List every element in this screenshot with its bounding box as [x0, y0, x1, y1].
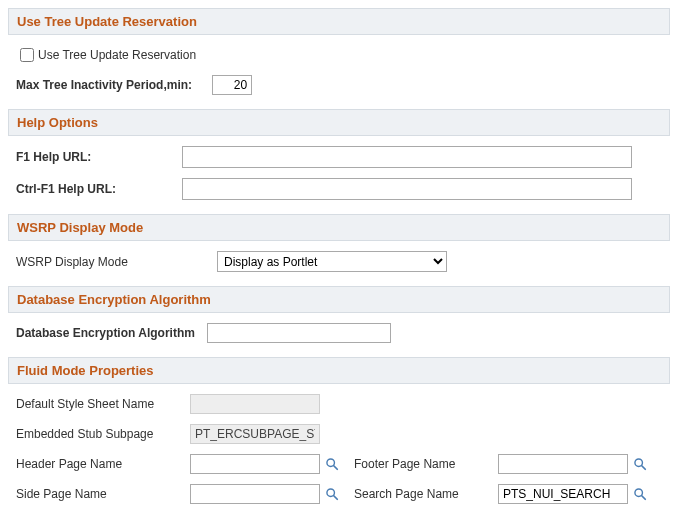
search-page-label: Search Page Name [354, 487, 488, 501]
wsrp-display-mode-label: WSRP Display Mode [16, 255, 211, 269]
lookup-icon[interactable] [324, 456, 340, 472]
ctrl-f1-help-url-label: Ctrl-F1 Help URL: [16, 182, 176, 196]
default-style-input [190, 394, 320, 414]
section-header-dbenc: Database Encryption Algorithm [8, 286, 670, 313]
section-help-options: Help Options F1 Help URL: Ctrl-F1 Help U… [8, 109, 670, 204]
section-header-fluid: Fluid Mode Properties [8, 357, 670, 384]
header-page-label: Header Page Name [16, 457, 180, 471]
section-wsrp: WSRP Display Mode WSRP Display Mode Disp… [8, 214, 670, 276]
ctrl-f1-help-url-input[interactable] [182, 178, 632, 200]
footer-page-input[interactable] [498, 454, 628, 474]
section-dbenc: Database Encryption Algorithm Database E… [8, 286, 670, 347]
lookup-icon[interactable] [632, 486, 648, 502]
section-tree-reservation: Use Tree Update Reservation Use Tree Upd… [8, 8, 670, 99]
section-fluid: Fluid Mode Properties Default Style Shee… [8, 357, 670, 508]
use-tree-update-label: Use Tree Update Reservation [38, 48, 196, 62]
footer-page-label: Footer Page Name [354, 457, 488, 471]
dbenc-input[interactable] [207, 323, 391, 343]
side-page-label: Side Page Name [16, 487, 180, 501]
side-page-input[interactable] [190, 484, 320, 504]
section-header-tree: Use Tree Update Reservation [8, 8, 670, 35]
f1-help-url-input[interactable] [182, 146, 632, 168]
embedded-stub-label: Embedded Stub Subpage [16, 427, 180, 441]
search-page-input[interactable] [498, 484, 628, 504]
max-tree-inactivity-label: Max Tree Inactivity Period,min: [16, 78, 192, 92]
wsrp-display-mode-select[interactable]: Display as Portlet [217, 251, 447, 272]
default-style-label: Default Style Sheet Name [16, 397, 180, 411]
lookup-icon[interactable] [324, 486, 340, 502]
f1-help-url-label: F1 Help URL: [16, 150, 176, 164]
dbenc-label: Database Encryption Algorithm [16, 326, 195, 340]
header-page-input[interactable] [190, 454, 320, 474]
max-tree-inactivity-input[interactable] [212, 75, 252, 95]
section-header-wsrp: WSRP Display Mode [8, 214, 670, 241]
embedded-stub-input [190, 424, 320, 444]
lookup-icon[interactable] [632, 456, 648, 472]
use-tree-update-checkbox[interactable] [20, 48, 34, 62]
section-header-help: Help Options [8, 109, 670, 136]
